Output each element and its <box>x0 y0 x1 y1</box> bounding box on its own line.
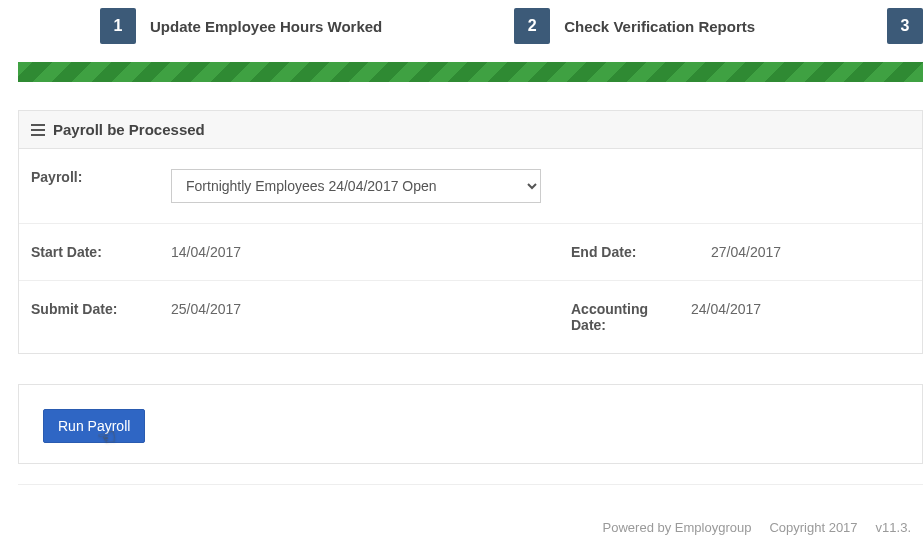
footer-copyright: Copyright 2017 <box>769 520 857 535</box>
step-1-label: Update Employee Hours Worked <box>150 18 382 35</box>
payroll-select[interactable]: Fortnightly Employees 24/04/2017 Open <box>171 169 541 203</box>
footer: Powered by Employgroup Copyright 2017 v1… <box>603 520 911 535</box>
panel-title: Payroll be Processed <box>53 121 205 138</box>
footer-powered: Powered by Employgroup <box>603 520 752 535</box>
step-3[interactable]: 3 <box>887 8 923 44</box>
step-2-label: Check Verification Reports <box>564 18 755 35</box>
start-date-label: Start Date: <box>31 244 151 260</box>
step-1-number: 1 <box>100 8 136 44</box>
accounting-date-label: Accounting Date: <box>571 301 671 333</box>
action-panel: Run Payroll ☜ <box>18 384 923 464</box>
row-payroll: Payroll: Fortnightly Employees 24/04/201… <box>19 149 922 224</box>
payroll-label: Payroll: <box>31 169 151 185</box>
wizard-steps: 1 Update Employee Hours Worked 2 Check V… <box>0 0 923 62</box>
progress-bar <box>18 62 923 82</box>
step-3-number: 3 <box>887 8 923 44</box>
payroll-panel: Payroll be Processed Payroll: Fortnightl… <box>18 110 923 354</box>
run-payroll-button[interactable]: Run Payroll <box>43 409 145 443</box>
footer-divider <box>18 484 923 485</box>
row-dates-1: Start Date: 14/04/2017 End Date: 27/04/2… <box>19 224 922 281</box>
submit-date-label: Submit Date: <box>31 301 151 317</box>
step-1[interactable]: 1 Update Employee Hours Worked <box>100 8 382 44</box>
start-date-value: 14/04/2017 <box>171 244 241 260</box>
panel-body: Payroll: Fortnightly Employees 24/04/201… <box>19 149 922 353</box>
submit-date-value: 25/04/2017 <box>171 301 241 317</box>
panel-header: Payroll be Processed <box>19 111 922 149</box>
row-dates-2: Submit Date: 25/04/2017 Accounting Date:… <box>19 281 922 353</box>
end-date-value: 27/04/2017 <box>711 244 781 260</box>
end-date-label: End Date: <box>571 244 691 260</box>
accounting-date-value: 24/04/2017 <box>691 301 761 317</box>
step-2-number: 2 <box>514 8 550 44</box>
footer-version: v11.3. <box>876 520 911 535</box>
menu-icon[interactable] <box>31 124 45 136</box>
step-2[interactable]: 2 Check Verification Reports <box>514 8 755 44</box>
